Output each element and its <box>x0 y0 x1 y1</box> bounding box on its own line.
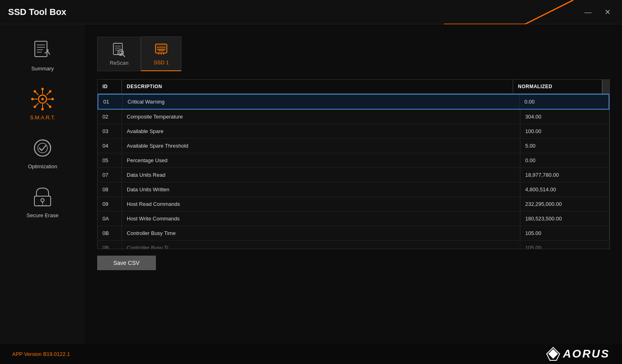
cell-description: Data Units Read <box>122 168 520 182</box>
table-row[interactable]: 04 Available Spare Threshold 5.00 <box>98 139 609 153</box>
cell-description: Data Units Written <box>122 182 520 197</box>
svg-point-5 <box>47 49 49 51</box>
table-row[interactable]: 01 Critical Warning 0.00 <box>98 94 609 110</box>
cell-normalized: 4,800,514.00 <box>520 182 609 197</box>
svg-point-17 <box>34 90 36 93</box>
sidebar-item-smart[interactable]: S.M.A.R.T. <box>0 81 85 126</box>
cell-normalized: 100.00 <box>520 124 609 138</box>
smart-table: ID DESCRIPTION NORMALIZED 01 Critical Wa… <box>97 79 610 249</box>
table-row[interactable]: 03 Available Spare 100.00 <box>98 124 609 139</box>
sidebar-item-secure-erase-label: Secure Erase <box>27 212 59 218</box>
cell-id: 0A <box>98 212 122 226</box>
svg-point-13 <box>31 98 34 100</box>
summary-icon <box>30 38 55 62</box>
tab-ssd1[interactable]: SSD SSD 1 <box>141 36 181 71</box>
cell-norm-partial: 105.00 <box>520 241 609 249</box>
table-row[interactable]: 0B Controller Busy Time 105.00 <box>98 226 609 241</box>
sidebar-item-secure-erase[interactable]: Secure Erase <box>0 179 85 224</box>
aorus-logo: AORUS <box>546 347 610 361</box>
svg-point-24 <box>34 140 51 156</box>
svg-point-23 <box>34 106 36 108</box>
svg-point-11 <box>41 108 44 110</box>
svg-point-21 <box>49 90 51 93</box>
col-normalized: NORMALIZED <box>513 80 602 93</box>
optimization-icon <box>30 136 55 160</box>
app-version: APP Version B19.0122.1 <box>12 351 70 357</box>
sidebar-item-summary[interactable]: Summary <box>0 32 85 77</box>
svg-point-15 <box>51 98 54 100</box>
version-label: APP Version <box>12 351 43 357</box>
app-title: SSD Tool Box <box>8 7 66 17</box>
cell-id: 0B <box>98 226 122 240</box>
cell-normalized: 0.00 <box>520 95 609 109</box>
cell-description: Composite Temperature <box>122 110 520 124</box>
cell-description: Available Spare <box>122 124 520 138</box>
cell-description: Host Read Commands <box>122 197 520 211</box>
svg-point-27 <box>41 199 44 202</box>
cell-id: 04 <box>98 139 122 153</box>
table-row[interactable]: 09 Host Read Commands 232,295,000.00 <box>98 197 609 212</box>
minimize-button[interactable]: — <box>581 7 595 17</box>
version-number: B19.0122.1 <box>43 351 70 357</box>
sidebar-item-optimization[interactable]: Optimization <box>0 130 85 175</box>
main-layout: Summary <box>0 24 622 364</box>
table-row[interactable]: 0A Host Write Commands 180,523,500.00 <box>98 212 609 226</box>
footer: APP Version B19.0122.1 AORUS <box>0 344 622 364</box>
table-row[interactable]: 05 Percentage Used 0.00 <box>98 153 609 168</box>
svg-line-20 <box>47 92 50 95</box>
cell-id: 09 <box>98 197 122 211</box>
cell-normalized: 232,295,000.00 <box>520 197 609 211</box>
cell-id: 07 <box>98 168 122 182</box>
svg-point-7 <box>41 98 44 100</box>
smart-icon <box>30 87 55 111</box>
svg-point-34 <box>119 51 122 54</box>
tab-ssd1-label: SSD 1 <box>153 59 169 66</box>
secure-erase-icon <box>30 185 55 209</box>
cell-desc-partial: Controller Busy Ti... <box>122 241 520 249</box>
col-id: ID <box>98 80 122 93</box>
cell-id: 03 <box>98 124 122 138</box>
table-body[interactable]: 01 Critical Warning 0.00 02 Composite Te… <box>98 94 609 249</box>
table-header: ID DESCRIPTION NORMALIZED <box>98 80 609 94</box>
sidebar: Summary <box>0 24 85 364</box>
content-area: ReScan SSD SSD 1 <box>85 24 622 364</box>
cell-description: Host Write Commands <box>122 212 520 226</box>
save-csv-button[interactable]: Save CSV <box>97 256 156 270</box>
window-controls: — ✕ <box>581 7 614 17</box>
svg-rect-0 <box>35 41 47 57</box>
svg-line-16 <box>35 92 38 95</box>
col-description: DESCRIPTION <box>122 80 513 93</box>
cell-normalized: 18,977,780.00 <box>520 168 609 182</box>
cell-description: Controller Busy Time <box>122 226 520 240</box>
rescan-tab-icon <box>111 42 127 57</box>
table-row[interactable]: 02 Composite Temperature 304.00 <box>98 110 609 124</box>
cell-id: 05 <box>98 153 122 167</box>
svg-point-19 <box>49 106 51 108</box>
cell-description: Available Spare Threshold <box>122 139 520 153</box>
cell-id: 01 <box>98 95 123 109</box>
cell-normalized: 304.00 <box>520 110 609 124</box>
cell-description: Percentage Used <box>122 153 520 167</box>
cell-id: 08 <box>98 182 122 197</box>
table-row[interactable]: 08 Data Units Written 4,800,514.00 <box>98 182 609 197</box>
tab-bar: ReScan SSD SSD 1 <box>97 36 610 71</box>
svg-point-9 <box>41 88 44 90</box>
svg-line-22 <box>35 103 38 106</box>
svg-text:SSD: SSD <box>158 49 164 52</box>
svg-line-18 <box>47 103 50 106</box>
table-row[interactable]: 07 Data Units Read 18,977,780.00 <box>98 168 609 182</box>
cell-normalized: 180,523,500.00 <box>520 212 609 226</box>
cell-normalized: 105.00 <box>520 226 609 240</box>
svg-rect-26 <box>34 196 51 206</box>
tab-rescan[interactable]: ReScan <box>97 37 141 71</box>
sidebar-item-optimization-label: Optimization <box>28 163 57 169</box>
brand-name: AORUS <box>563 347 610 360</box>
sidebar-item-summary-label: Summary <box>31 66 54 72</box>
close-button[interactable]: ✕ <box>601 7 614 17</box>
cell-normalized: 5.00 <box>520 139 609 153</box>
cell-normalized: 0.00 <box>520 153 609 167</box>
svg-line-35 <box>123 55 125 57</box>
ssd1-tab-icon: SSD <box>153 42 169 57</box>
sidebar-item-smart-label: S.M.A.R.T. <box>30 114 55 121</box>
cell-id-partial: 0B <box>98 241 122 249</box>
